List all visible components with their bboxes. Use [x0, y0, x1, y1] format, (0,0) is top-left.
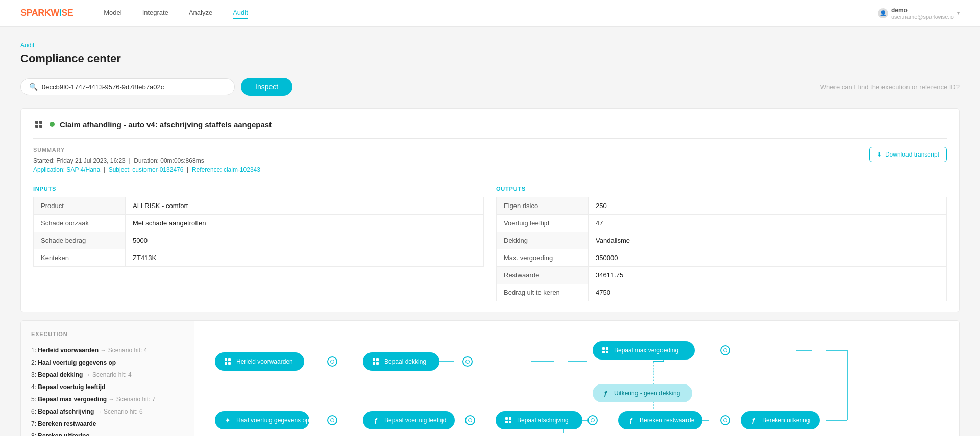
node-f-icon4: ƒ: [749, 416, 758, 425]
chevron-down-icon: ▾: [957, 10, 960, 16]
nav-analyze[interactable]: Analyze: [189, 7, 212, 19]
list-item: 2: Haal voertuig gegevens op: [31, 356, 184, 369]
node-label-light: Uitkering - geen dekking: [614, 390, 680, 397]
inputs-table: ProductALLRISK - comfortSchade oorzaakMe…: [33, 197, 484, 267]
table-row: KentekenZT413K: [34, 249, 484, 267]
node-bepaal-max-vergoeding[interactable]: Bepaal max vergoeding: [593, 341, 695, 360]
output-key: Bedrag uit te keren: [497, 284, 589, 301]
page-title: Compliance center: [20, 52, 960, 65]
nav-model[interactable]: Model: [104, 7, 121, 19]
node-f-icon3: ƒ: [626, 416, 635, 425]
node-grid-icon3: [601, 346, 610, 355]
user-name: demo: [891, 7, 954, 14]
output-key: Voertuig leeftijd: [497, 215, 589, 232]
search-row: 🔍 Inspect Where can I find the execution…: [20, 78, 960, 96]
download-icon: ⬇: [877, 151, 882, 158]
node-label8: Bereken uitkering: [762, 417, 810, 424]
table-row: Max. vergoeding350000: [497, 249, 947, 267]
help-text[interactable]: Where can I find the execution or refere…: [820, 83, 960, 91]
search-input-wrap: 🔍: [20, 78, 235, 95]
summary-meta-time: Started: Friday 21 Jul 2023, 16:23 | Dur…: [33, 157, 869, 164]
table-row: Voertuig leeftijd47: [497, 215, 947, 232]
table-row: ProductALLRISK - comfort: [34, 197, 484, 215]
table-row: DekkingVandalisme: [497, 232, 947, 249]
execution-list: 1: Herleid voorwaarden → Scenario hit: 4…: [31, 344, 184, 436]
input-value: 5000: [126, 232, 484, 249]
summary-label: SUMMARY: [33, 147, 869, 153]
output-value: 4750: [589, 284, 947, 301]
inputs-col: INPUTS ProductALLRISK - comfortSchade oo…: [33, 186, 484, 301]
table-row: Schade bedrag5000: [34, 232, 484, 249]
list-item: 7: Bereken restwaarde: [31, 418, 184, 430]
execution-sidebar: EXECUTION 1: Herleid voorwaarden → Scena…: [21, 321, 194, 436]
outputs-label: OUTPUTS: [496, 186, 947, 192]
node-herleid-voorwaarden[interactable]: Herleid voorwaarden: [215, 352, 304, 371]
execution-label: EXECUTION: [31, 331, 184, 337]
user-area[interactable]: 👤 demo user.name@sparkwise.io ▾: [878, 7, 960, 20]
divider: [33, 138, 947, 139]
output-key: Max. vergoeding: [497, 249, 589, 267]
logo[interactable]: SPARKWISE: [20, 8, 73, 18]
flow-diagram: Herleid voorwaarden Bepaal dekking Bepaa…: [194, 321, 959, 436]
card-title: Claim afhandling - auto v4: afschrijving…: [60, 120, 272, 129]
list-item: 3: Bepaal dekking → Scenario hit: 4: [31, 369, 184, 381]
connector-2[interactable]: [462, 356, 473, 367]
node-bepaal-voertuig-leeftijd[interactable]: ƒ Bepaal voertuig leeftijd: [363, 411, 455, 429]
input-key: Kenteken: [34, 249, 126, 267]
outputs-table: Eigen risico250Voertuig leeftijd47Dekkin…: [496, 197, 947, 301]
execution-section: EXECUTION 1: Herleid voorwaarden → Scena…: [20, 320, 960, 436]
list-item: 8: Bereken uitkering: [31, 430, 184, 436]
header: SPARKWISE Model Integrate Analyze Audit …: [0, 0, 980, 27]
list-item: 4: Bepaal voertuig leeftijd: [31, 381, 184, 393]
node-bepaal-dekking[interactable]: Bepaal dekking: [363, 352, 439, 371]
node-plus-icon: ✦: [223, 416, 232, 425]
input-key: Schade oorzaak: [34, 215, 126, 232]
outputs-col: OUTPUTS Eigen risico250Voertuig leeftijd…: [496, 186, 947, 301]
node-label5: Bepaal voertuig leeftijd: [384, 417, 446, 424]
main-nav: Model Integrate Analyze Audit: [104, 7, 878, 19]
node-grid-icon2: [371, 357, 380, 366]
node-haal-voertuig[interactable]: ✦ Haal voertuig gegevens op: [215, 411, 309, 429]
connector-6[interactable]: [587, 415, 598, 425]
table-row: Restwaarde34611.75: [497, 267, 947, 284]
output-value: 350000: [589, 249, 947, 267]
input-value: Met schade aangetroffen: [126, 215, 484, 232]
summary-meta-app: Application: SAP 4/Hana | Subject: custo…: [33, 166, 869, 173]
node-bepaal-afschrijving[interactable]: Bepaal afschrijving: [496, 411, 582, 429]
search-input[interactable]: [42, 83, 226, 91]
nav-integrate[interactable]: Integrate: [142, 7, 168, 19]
connector-5[interactable]: [465, 415, 475, 425]
node-f-icon-light: ƒ: [601, 389, 610, 398]
card-grid-icon: [33, 119, 44, 130]
summary-section: SUMMARY Started: Friday 21 Jul 2023, 16:…: [33, 147, 947, 175]
list-item: 5: Bepaal max vergoeding → Scenario hit:…: [31, 393, 184, 405]
summary-left: SUMMARY Started: Friday 21 Jul 2023, 16:…: [33, 147, 869, 175]
node-label2: Bepaal dekking: [384, 358, 426, 365]
flow-canvas: Herleid voorwaarden Bepaal dekking Bepaa…: [205, 331, 949, 436]
node-uitkering-geen-dekking[interactable]: ƒ Uitkering - geen dekking: [593, 384, 692, 402]
list-item: 1: Herleid voorwaarden → Scenario hit: 4: [31, 344, 184, 356]
node-label: Herleid voorwaarden: [236, 358, 293, 365]
inspect-button[interactable]: Inspect: [241, 78, 292, 96]
table-row: Eigen risico250: [497, 197, 947, 215]
result-card: Claim afhandling - auto v4: afschrijving…: [20, 108, 960, 312]
inputs-label: INPUTS: [33, 186, 484, 192]
input-key: Schade bedrag: [34, 232, 126, 249]
output-value: 47: [589, 215, 947, 232]
search-icon: 🔍: [29, 83, 38, 91]
node-bereken-restwaarde[interactable]: ƒ Bereken restwaarde: [618, 411, 702, 429]
connector-1[interactable]: [327, 356, 337, 367]
download-transcript-button[interactable]: ⬇ Download transcript: [869, 147, 947, 162]
node-bereken-uitkering[interactable]: ƒ Bereken uitkering: [741, 411, 820, 429]
page-content: Audit Compliance center 🔍 Inspect Where …: [0, 27, 980, 436]
user-email: user.name@sparkwise.io: [891, 14, 954, 20]
nav-audit[interactable]: Audit: [233, 7, 248, 19]
table-row: Bedrag uit te keren4750: [497, 284, 947, 301]
connector-3[interactable]: [720, 345, 730, 355]
output-value: Vandalisme: [589, 232, 947, 249]
output-key: Eigen risico: [497, 197, 589, 215]
connector-7[interactable]: [720, 415, 730, 425]
user-info: demo user.name@sparkwise.io: [891, 7, 954, 20]
connector-4[interactable]: [327, 415, 337, 425]
node-label6: Bepaal afschrijving: [517, 417, 569, 424]
